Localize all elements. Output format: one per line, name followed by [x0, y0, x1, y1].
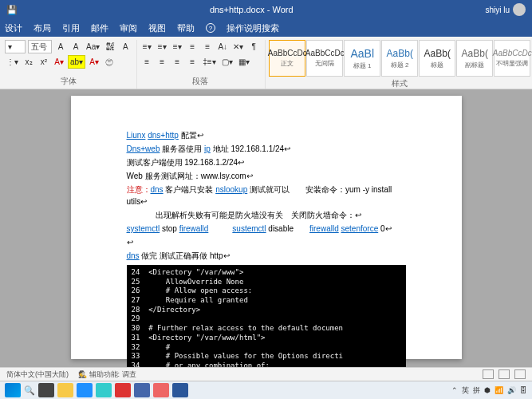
text-effects-button[interactable]: x₂ [22, 55, 35, 69]
multilevel-button[interactable]: ≡▾ [171, 40, 183, 53]
dropbox-icon[interactable]: ⬢ [484, 386, 491, 394]
tab-view[interactable]: 视图 [148, 22, 166, 34]
avatar-icon [513, 3, 526, 16]
paragraph-group: ≡▾ ≡▾ ≡▾ ≡ ≡ A↓ ✕▾ ¶ ≡ ≡ ≡ ≡ ‡≡▾ ▢▾ ▦▾ 段… [140, 40, 266, 89]
align-left-button[interactable]: ≡ [140, 55, 153, 69]
app-icon-3[interactable] [153, 383, 169, 397]
font-group-label: 字体 [5, 74, 132, 89]
font-group: ▾ 五号 A A Aa▾ ㍿ A ⋮▾ x₂ x² A▾ ab▾ A▾ ㊂ 字体 [5, 40, 137, 89]
system-tray: ⌃ 英 拼 ⬢ 📶 🔊 🗄 [451, 385, 527, 396]
shrink-font-button[interactable]: A [69, 40, 82, 53]
lightbulb-icon: ? [206, 23, 215, 33]
window-title: dns+http.docx - Word [18, 5, 485, 14]
superscript-button[interactable]: x² [37, 55, 50, 69]
asian-layout-button[interactable]: ✕▾ [231, 40, 245, 53]
highlight-button[interactable]: ab▾ [68, 55, 85, 69]
styles-group: AaBbCcDc正文 AaBbCcDc无间隔 AaBl标题 1 AaBb(标题 … [269, 40, 532, 89]
user-account[interactable]: shiyi lu [485, 3, 526, 16]
app-icon-2[interactable] [134, 383, 150, 397]
document-canvas[interactable]: Liunx dns+http 配置↩ Dns+web 服务器使用 ip 地址 1… [0, 89, 532, 383]
window-titlebar: 💾 dns+http.docx - Word shiyi lu [0, 0, 532, 19]
change-case-button[interactable]: Aa▾ [85, 40, 101, 53]
taskbar: 🔍 ⌃ 英 拼 ⬢ 📶 🔊 🗄 [0, 381, 532, 399]
tray-chevron-icon[interactable]: ⌃ [451, 386, 458, 394]
decrease-indent-button[interactable]: ≡ [186, 40, 199, 53]
font-family-selector[interactable]: ▾ [5, 40, 26, 53]
align-right-button[interactable]: ≡ [171, 55, 183, 69]
battery-icon[interactable]: 🗄 [520, 386, 527, 394]
document-page[interactable]: Liunx dns+http 配置↩ Dns+web 服务器使用 ip 地址 1… [71, 96, 462, 359]
browser-icon[interactable] [96, 383, 112, 397]
sort-button[interactable]: A↓ [216, 40, 229, 53]
tab-mailings[interactable]: 邮件 [91, 22, 108, 34]
style-normal[interactable]: AaBbCcDc正文 [269, 40, 305, 77]
style-subtle-emphasis[interactable]: AaBbCcDc不明显强调 [494, 40, 530, 77]
tab-review[interactable]: 审阅 [120, 22, 137, 34]
style-heading1[interactable]: AaBl标题 1 [344, 40, 380, 77]
font-color-2-button[interactable]: A▾ [88, 55, 100, 69]
network-icon[interactable]: 📶 [495, 386, 503, 394]
status-bar: 简体中文(中国大陆) 🕵 辅助功能: 调查 [0, 367, 532, 381]
ribbon-tabs: 设计 布局 引用 邮件 审阅 视图 帮助 ? 操作说明搜索 [0, 19, 532, 37]
app-icon-1[interactable] [115, 383, 131, 397]
line-spacing-button[interactable]: ‡≡▾ [201, 55, 217, 69]
bold-button[interactable]: ⋮▾ [5, 55, 20, 69]
explorer-icon[interactable] [57, 383, 73, 397]
phonetic-guide-button[interactable]: ㍿ [104, 40, 116, 53]
styles-group-label: 样式 [269, 77, 530, 91]
font-size-selector[interactable]: 五号 [28, 40, 52, 53]
show-marks-button[interactable]: ¶ [247, 40, 260, 53]
increase-indent-button[interactable]: ≡ [201, 40, 214, 53]
clear-formatting-button[interactable]: A [119, 40, 132, 53]
print-layout-button[interactable] [499, 369, 510, 379]
justify-button[interactable]: ≡ [186, 55, 199, 69]
borders-button[interactable]: ▦▾ [237, 55, 251, 69]
ime-mode[interactable]: 拼 [473, 385, 480, 396]
tab-references[interactable]: 引用 [62, 22, 80, 34]
shading-button[interactable]: ▢▾ [220, 55, 234, 69]
style-title[interactable]: AaBb(标题 [419, 40, 455, 77]
read-mode-button[interactable] [483, 369, 494, 379]
tab-design[interactable]: 设计 [5, 22, 22, 34]
styles-gallery[interactable]: AaBbCcDc正文 AaBbCcDc无间隔 AaBl标题 1 AaBb(标题 … [269, 40, 530, 77]
task-view-icon[interactable] [38, 383, 54, 397]
grow-font-button[interactable]: A [54, 40, 67, 53]
tab-help[interactable]: 帮助 [177, 22, 195, 34]
accessibility-status[interactable]: 🕵 辅助功能: 调查 [78, 369, 136, 380]
save-icon[interactable]: 💾 [6, 5, 18, 15]
tab-layout[interactable]: 布局 [33, 22, 51, 34]
start-button[interactable] [5, 383, 21, 397]
paragraph-group-label: 段落 [140, 74, 260, 89]
search-icon[interactable]: 🔍 [24, 385, 35, 396]
ime-indicator[interactable]: 英 [462, 385, 469, 396]
tell-me-search[interactable]: 操作说明搜索 [227, 22, 279, 34]
style-heading2[interactable]: AaBb(标题 2 [381, 40, 418, 77]
bullets-button[interactable]: ≡▾ [140, 40, 153, 53]
code-block-1: 24 <Directory "/var/www"> 25 AllowOverri… [127, 265, 406, 374]
volume-icon[interactable]: 🔊 [507, 386, 516, 394]
style-subtitle[interactable]: AaBb(副标题 [456, 40, 493, 77]
align-center-button[interactable]: ≡ [156, 55, 168, 69]
web-layout-button[interactable] [514, 369, 526, 379]
enclose-char-button[interactable]: ㊂ [103, 55, 116, 69]
language-status[interactable]: 简体中文(中国大陆) [6, 369, 69, 380]
ribbon: ▾ 五号 A A Aa▾ ㍿ A ⋮▾ x₂ x² A▾ ab▾ A▾ ㊂ 字体 [0, 37, 532, 89]
word-icon[interactable] [172, 383, 188, 397]
edge-icon[interactable] [77, 383, 93, 397]
font-color-button[interactable]: A▾ [53, 55, 65, 69]
numbering-button[interactable]: ≡▾ [156, 40, 168, 53]
doc-text: Liunx [127, 131, 146, 140]
style-nospacing[interactable]: AaBbCcDc无间隔 [306, 40, 343, 77]
